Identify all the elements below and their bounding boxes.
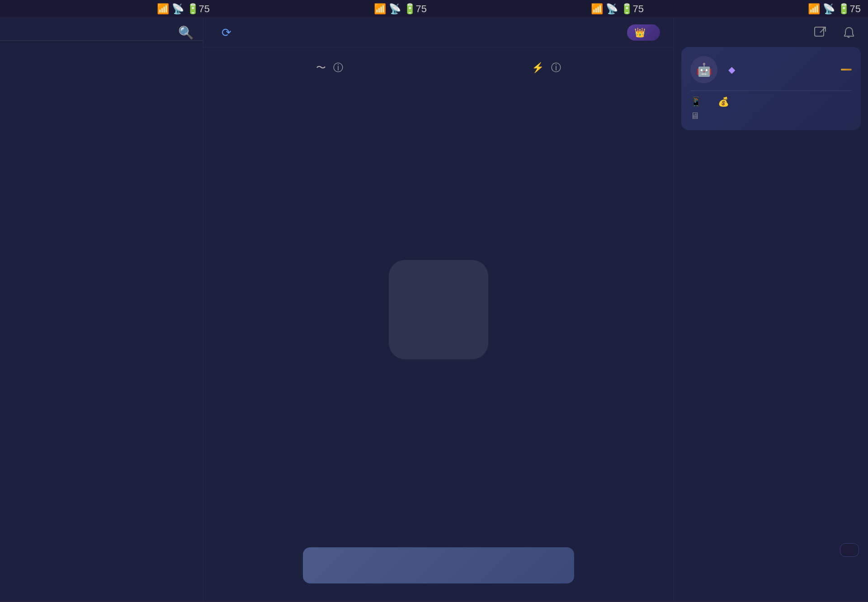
user-name: ◆ (725, 64, 834, 75)
signal-icon-3: 📶 (591, 3, 603, 15)
wifi-icon-3: 📡 (606, 3, 618, 15)
king-crown-icon: 👑 (634, 27, 646, 38)
status-bar-2: 📶 📡 🔋75 (217, 0, 434, 18)
notification-icon[interactable] (839, 23, 859, 42)
wifi-icon-1: 📡 (172, 3, 184, 15)
status-icons-1: 📶 📡 🔋75 (157, 3, 210, 15)
share-icon[interactable] (810, 23, 830, 42)
battery-icon-1: 🔋75 (187, 3, 210, 15)
start-boost-button[interactable] (303, 547, 574, 583)
status-bars: 📶 📡 🔋75 📶 📡 🔋75 📶 📡 🔋75 📶 📡 🔋75 (0, 0, 868, 18)
refresh-icon: ⟳ (222, 26, 231, 40)
left-panel: 🔍 (0, 18, 203, 602)
signal-icon-1: 📶 (157, 3, 169, 15)
reduction-label: ⚡ ⓘ (532, 61, 561, 75)
pc-meta: 🖥 (690, 111, 707, 121)
wifi-icon-2: 📡 (389, 3, 401, 15)
pc-icon: 🖥 (690, 111, 699, 121)
signal-icon-2: 📶 (374, 3, 386, 15)
king-banner[interactable]: 👑 (627, 24, 660, 41)
diamond-icon: ◆ (728, 64, 735, 75)
divider-1 (690, 90, 852, 91)
phone-icon: 📱 (690, 96, 702, 107)
toast-notification (840, 543, 859, 557)
vip-badge (841, 69, 852, 71)
right-panel: 🤖 ◆ 📱 💰 (674, 18, 868, 602)
latency-stat: 〜 ⓘ (316, 61, 343, 76)
points-icon: 💰 (718, 96, 729, 107)
right-top-icons (674, 18, 868, 47)
reduction-help-icon[interactable]: ⓘ (551, 61, 561, 75)
user-meta: 📱 💰 (690, 96, 852, 107)
center-main: 〜 ⓘ ⚡ ⓘ (203, 47, 674, 602)
advanced-mode-toggle[interactable]: ⟳ (217, 26, 231, 40)
tab-nav: 🔍 (0, 18, 203, 41)
status-icons-3: 📶 📡 🔋75 (591, 3, 644, 15)
status-bar-4: 📶 📡 🔋75 (651, 0, 868, 18)
reduction-stat: ⚡ ⓘ (532, 61, 561, 76)
svg-line-1 (820, 28, 825, 33)
battery-icon-4: 🔋75 (838, 3, 861, 15)
svg-rect-0 (815, 27, 824, 36)
center-top-bar: ⟳ 👑 (203, 18, 674, 47)
battery-icon-2: 🔋75 (404, 3, 427, 15)
battery-icon-3: 🔋75 (621, 3, 644, 15)
search-icon[interactable]: 🔍 (178, 25, 194, 40)
status-bar-3: 📶 📡 🔋75 (434, 0, 651, 18)
points-meta: 💰 (718, 96, 736, 107)
user-meta-2: 🖥 (690, 111, 852, 121)
latency-label: 〜 ⓘ (316, 61, 343, 75)
bolt-icon: ⚡ (532, 62, 544, 74)
latency-help-icon[interactable]: ⓘ (333, 61, 343, 75)
wave-icon: 〜 (316, 61, 326, 75)
settings-menu (674, 151, 868, 602)
user-info-row: 🤖 ◆ (690, 56, 852, 83)
user-name-area: ◆ (725, 64, 834, 75)
signal-icon-4: 📶 (808, 3, 820, 15)
user-avatar: 🤖 (690, 56, 717, 83)
wifi-icon-4: 📡 (823, 3, 835, 15)
status-icons-2: 📶 📡 🔋75 (374, 3, 427, 15)
status-bar-1: 📶 📡 🔋75 (0, 0, 217, 18)
action-icons-row (674, 137, 868, 151)
status-icons-4: 📶 📡 🔋75 (808, 3, 861, 15)
add-game-button[interactable] (389, 260, 488, 359)
center-panel: ⟳ 👑 〜 ⓘ (203, 18, 674, 602)
phone-meta: 📱 (690, 96, 709, 107)
game-grid (0, 41, 203, 602)
user-card: 🤖 ◆ 📱 💰 (681, 47, 861, 130)
main-content: 🔍 ⟳ 👑 〜 ⓘ (0, 18, 868, 602)
add-game-area (222, 85, 656, 547)
stats-row: 〜 ⓘ ⚡ ⓘ (222, 56, 656, 85)
